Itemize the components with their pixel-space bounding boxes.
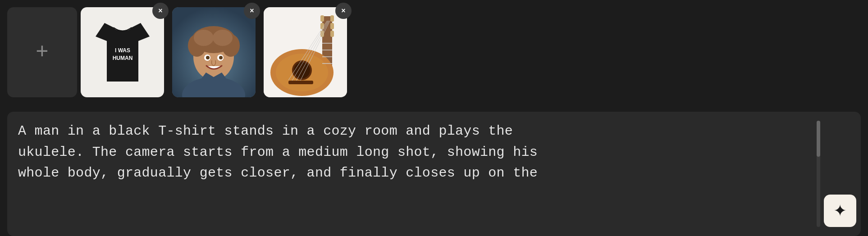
person-image <box>172 7 256 97</box>
svg-point-9 <box>194 30 214 46</box>
sparkle-icon: ✦ <box>833 201 847 220</box>
close-button-tshirt[interactable]: × <box>152 3 169 19</box>
scrollbar[interactable] <box>817 121 820 227</box>
svg-rect-31 <box>288 81 313 84</box>
tshirt-svg: I WAS HUMAN <box>91 14 154 91</box>
svg-text:HUMAN: HUMAN <box>112 55 132 61</box>
image-row: + × I WAS HUMAN × <box>7 7 861 106</box>
svg-rect-19 <box>330 31 334 37</box>
image-card-guitar: × <box>264 7 352 102</box>
svg-rect-20 <box>320 15 324 22</box>
person-svg <box>172 7 256 97</box>
image-card-tshirt: × I WAS HUMAN <box>81 7 169 102</box>
text-area-row: A man in a black T-shirt stands in a coz… <box>7 112 861 236</box>
guitar-svg <box>264 7 347 97</box>
scrollbar-thumb[interactable] <box>817 121 820 157</box>
close-button-guitar[interactable]: × <box>335 3 352 19</box>
svg-point-13 <box>206 56 210 59</box>
image-card-person: × <box>172 7 260 102</box>
tshirt-image: I WAS HUMAN <box>81 7 164 97</box>
add-image-button[interactable]: + <box>7 7 77 97</box>
sparkle-button[interactable]: ✦ <box>824 195 856 227</box>
svg-point-10 <box>213 30 233 46</box>
svg-point-14 <box>219 56 223 59</box>
close-button-person[interactable]: × <box>244 3 260 19</box>
svg-rect-18 <box>330 23 334 29</box>
plus-icon: + <box>36 41 49 63</box>
guitar-image <box>264 7 347 97</box>
svg-text:I WAS: I WAS <box>114 47 130 54</box>
svg-rect-17 <box>330 15 334 22</box>
main-container: + × I WAS HUMAN × <box>0 0 868 236</box>
text-content: A man in a black T-shirt stands in a coz… <box>18 121 813 227</box>
